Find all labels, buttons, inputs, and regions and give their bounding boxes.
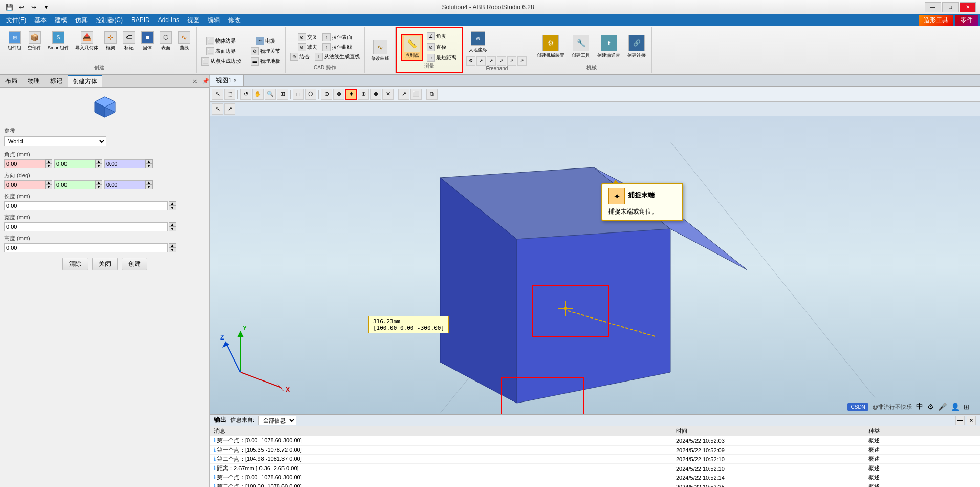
scene-btn-perspective[interactable]: □	[293, 89, 304, 100]
menu-basic[interactable]: 基本	[30, 15, 51, 26]
tab-shape-tool[interactable]: 造形工具	[919, 15, 953, 26]
btn-object-boundary[interactable]: ⬜物体边界	[205, 36, 237, 46]
btn-smart-component[interactable]: S Smart组件	[45, 30, 72, 53]
tab-create-box[interactable]: 创建方体	[68, 75, 102, 87]
corner-z-down[interactable]: ▼	[145, 164, 153, 168]
length-down[interactable]: ▼	[169, 206, 176, 210]
btn-create-connection[interactable]: 🔗 创建连接	[625, 33, 648, 60]
table-row[interactable]: ℹ第一个点：[0.00 -1078.60 300.00] 2024/5/22 1…	[210, 473, 980, 482]
close-button[interactable]: ✕	[960, 2, 976, 12]
corner-x-up[interactable]: ▲	[45, 159, 52, 164]
btn-surface[interactable]: ⬡ 表面	[157, 30, 175, 53]
btn-extrude-curve[interactable]: ↑拉伸曲线	[321, 43, 354, 52]
scene-btn-measure[interactable]: ↗	[398, 89, 409, 100]
dir-y-down[interactable]: ▼	[95, 185, 102, 189]
scene-btn-snap-endpoint[interactable]: ✦	[345, 89, 357, 100]
btn-angle[interactable]: ∠角度	[425, 32, 458, 41]
btn-component-group[interactable]: ⊞ 组件组	[5, 30, 24, 53]
menu-model[interactable]: 建模	[51, 15, 71, 26]
clear-button[interactable]: 清除	[62, 258, 88, 270]
dir-x-input[interactable]	[4, 180, 45, 189]
scene-btn-fit[interactable]: ⊞	[277, 89, 288, 100]
btn-create-mechanism[interactable]: ⚙ 创建机械装置	[534, 33, 567, 60]
scene-btn-orbit[interactable]: ↺	[240, 89, 251, 100]
btn-coordinate[interactable]: ⊕ 大地坐标	[466, 30, 490, 55]
menu-controller[interactable]: 控制器(C)	[92, 15, 127, 26]
menu-modify[interactable]: 修改	[224, 15, 245, 26]
width-down[interactable]: ▼	[169, 227, 176, 231]
table-row[interactable]: ℹ第二个点：[100.00 -1078.60 0.00] 2024/5/22 1…	[210, 482, 980, 488]
scene-btn-snap4[interactable]: ⊗	[370, 89, 381, 100]
freehand-btn-6[interactable]: ↗	[517, 56, 527, 66]
scene-btn-zoom[interactable]: 🔍	[265, 89, 276, 100]
3d-scene[interactable]: X Y Z	[210, 116, 980, 414]
scene-btn-snap2[interactable]: ⊚	[333, 89, 344, 100]
btn-solid[interactable]: ■ 固体	[139, 30, 156, 53]
btn-extrude-surface[interactable]: ↑拉伸表面	[321, 33, 354, 42]
menu-file[interactable]: 文件(F)	[2, 15, 30, 26]
btn-subtract[interactable]: ⊖减去	[296, 43, 319, 52]
reference-dropdown[interactable]: World	[4, 136, 106, 146]
maximize-button[interactable]: □	[942, 2, 959, 12]
dir-x-up[interactable]: ▲	[45, 180, 52, 185]
height-up[interactable]: ▲	[169, 243, 176, 248]
btn-physics-floor[interactable]: ▬物理地板	[249, 57, 282, 66]
btn-physics-joint[interactable]: ⚙物理关节	[249, 47, 282, 56]
menu-simulate[interactable]: 仿真	[71, 15, 92, 26]
viewport-tab-close[interactable]: ×	[234, 78, 237, 83]
width-up[interactable]: ▲	[169, 222, 176, 227]
scene-btn-snap3[interactable]: ⊕	[358, 89, 369, 100]
menu-btn[interactable]: ▾	[41, 2, 51, 12]
corner-y-up[interactable]: ▲	[95, 159, 102, 164]
output-filter-dropdown[interactable]: 全部信息	[258, 416, 296, 425]
scene-btn-select2[interactable]: ⬚	[224, 89, 235, 100]
btn-unite[interactable]: ⊕结合	[289, 52, 311, 61]
menu-addins[interactable]: Add-Ins	[154, 15, 183, 25]
btn-surface-boundary[interactable]: ⬜表面边界	[205, 47, 237, 56]
height-input[interactable]	[4, 243, 168, 252]
tab-physics[interactable]: 物理	[23, 75, 45, 87]
table-row[interactable]: ℹ第二个点：[104.98 -1081.37 0.00] 2024/5/22 1…	[210, 455, 980, 464]
tab-marks[interactable]: 标记	[45, 75, 68, 87]
corner-btn-2[interactable]: ⚙	[927, 403, 934, 411]
dir-y-input[interactable]	[54, 180, 95, 189]
btn-modify-curve[interactable]: ∿ 修改曲线	[368, 38, 392, 63]
freehand-btn-4[interactable]: ↗	[497, 56, 506, 66]
dir-y-up[interactable]: ▲	[95, 180, 102, 185]
save-btn[interactable]: 💾	[4, 2, 14, 12]
viewport-tab-1[interactable]: 视图1 ×	[210, 75, 244, 86]
scene-btn-snap5[interactable]: ✕	[382, 89, 394, 100]
btn-min-distance[interactable]: ↔最短距离	[425, 53, 458, 62]
freehand-btn-2[interactable]: ↗	[476, 56, 486, 66]
panel-pin-btn[interactable]: 📌	[202, 78, 209, 84]
btn-point-boundary[interactable]: ⬜从点生成边形	[200, 57, 243, 66]
btn-curve[interactable]: ∿ 曲线	[176, 30, 193, 53]
corner-btn-5[interactable]: ⊞	[964, 403, 970, 411]
btn-create-conveyor[interactable]: ⬆ 创建输送带	[595, 33, 623, 60]
btn-import-geometry[interactable]: 📥 导入几何体	[73, 30, 101, 53]
menu-edit[interactable]: 编辑	[204, 15, 224, 26]
btn-empty-part[interactable]: 📦 空部件	[25, 30, 44, 53]
scene-btn-copy[interactable]: ⧉	[426, 89, 438, 100]
scene-btn-wire[interactable]: ⬡	[305, 89, 316, 100]
undo-btn[interactable]: ↩	[16, 2, 27, 12]
btn-intersect[interactable]: ⊗交叉	[296, 33, 319, 42]
freehand-btn-3[interactable]: ↗	[487, 56, 496, 66]
scene-btn-snap1[interactable]: ⊙	[321, 89, 332, 100]
table-row[interactable]: ℹ距离：2.67mm [-0.36 -2.65 0.00] 2024/5/22 …	[210, 464, 980, 473]
corner-z-up[interactable]: ▲	[145, 159, 153, 164]
scene-btn-move2[interactable]: ↗	[224, 103, 235, 115]
table-row[interactable]: ℹ第一个点：[0.00 -1078.60 300.00] 2024/5/22 1…	[210, 436, 980, 446]
output-minimize[interactable]: —	[955, 416, 965, 425]
corner-z-input[interactable]	[104, 159, 145, 168]
dir-z-down[interactable]: ▼	[145, 185, 153, 189]
btn-create-tool[interactable]: 🔧 创建工具	[569, 33, 593, 60]
btn-diameter[interactable]: ⊙直径	[425, 43, 458, 52]
freehand-btn-1[interactable]: ⚙	[466, 56, 475, 66]
btn-normal-line[interactable]: ⊥从法线生成直线	[313, 52, 361, 61]
corner-btn-4[interactable]: 👤	[951, 403, 960, 411]
length-input[interactable]	[4, 201, 168, 210]
dir-x-down[interactable]: ▼	[45, 185, 52, 189]
corner-btn-1[interactable]: 中	[916, 402, 923, 411]
dir-z-up[interactable]: ▲	[145, 180, 153, 185]
